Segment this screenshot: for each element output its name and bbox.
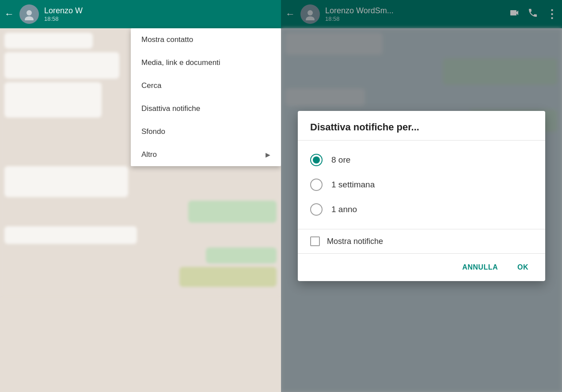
context-menu: Mostra contatto Media, link e documenti … <box>131 28 281 166</box>
left-chat-header: ← Lorenzo W 18:58 <box>0 0 281 28</box>
menu-item-altro[interactable]: Altro ▶ <box>131 143 281 166</box>
radio-circle-1settimana <box>310 179 323 191</box>
radio-circle-1anno <box>310 203 323 216</box>
menu-item-media[interactable]: Media, link e documenti <box>131 51 281 74</box>
dialog-checkbox-row[interactable]: Mostra notifiche <box>298 229 545 254</box>
dialog-overlay: Disattiva notifiche per... 8 ore 1 setti… <box>281 0 562 392</box>
left-contact-name: Lorenzo W <box>44 6 277 15</box>
radio-label-1settimana: 1 settimana <box>331 180 375 190</box>
radio-inner-8ore <box>313 156 320 164</box>
dialog-radio-options: 8 ore 1 settimana 1 anno <box>298 141 545 229</box>
right-panel: ← Lorenzo WordSm... 18:58 ⋮ <box>281 0 562 392</box>
radio-option-8ore[interactable]: 8 ore <box>310 148 533 172</box>
radio-option-1anno[interactable]: 1 anno <box>310 197 533 222</box>
svg-point-1 <box>25 16 34 20</box>
left-header-time: 18:58 <box>44 15 277 22</box>
mute-notifications-dialog: Disattiva notifiche per... 8 ore 1 setti… <box>298 111 545 281</box>
dialog-actions: ANNULLA OK <box>298 254 545 281</box>
left-panel: ← Lorenzo W 18:58 Mostra contatto Media,… <box>0 0 281 392</box>
left-avatar <box>19 4 39 24</box>
menu-item-mostra-contatto[interactable]: Mostra contatto <box>131 28 281 51</box>
radio-label-1anno: 1 anno <box>331 205 357 214</box>
svg-point-0 <box>27 10 32 15</box>
radio-option-1settimana[interactable]: 1 settimana <box>310 172 533 197</box>
annulla-button[interactable]: ANNULLA <box>454 259 506 276</box>
menu-item-cerca[interactable]: Cerca <box>131 74 281 97</box>
menu-item-sfondo[interactable]: Sfondo <box>131 120 281 143</box>
mostra-notifiche-checkbox[interactable] <box>310 236 320 246</box>
dialog-title: Disattiva notifiche per... <box>298 111 545 141</box>
ok-button[interactable]: OK <box>509 259 536 276</box>
left-back-button[interactable]: ← <box>4 8 14 20</box>
menu-item-disattiva-notifiche[interactable]: Disattiva notifiche <box>131 97 281 120</box>
radio-circle-8ore <box>310 154 323 166</box>
radio-label-8ore: 8 ore <box>331 155 350 165</box>
left-header-info: Lorenzo W 18:58 <box>44 6 277 22</box>
chevron-right-icon: ▶ <box>266 151 270 158</box>
mostra-notifiche-label: Mostra notifiche <box>327 237 383 246</box>
